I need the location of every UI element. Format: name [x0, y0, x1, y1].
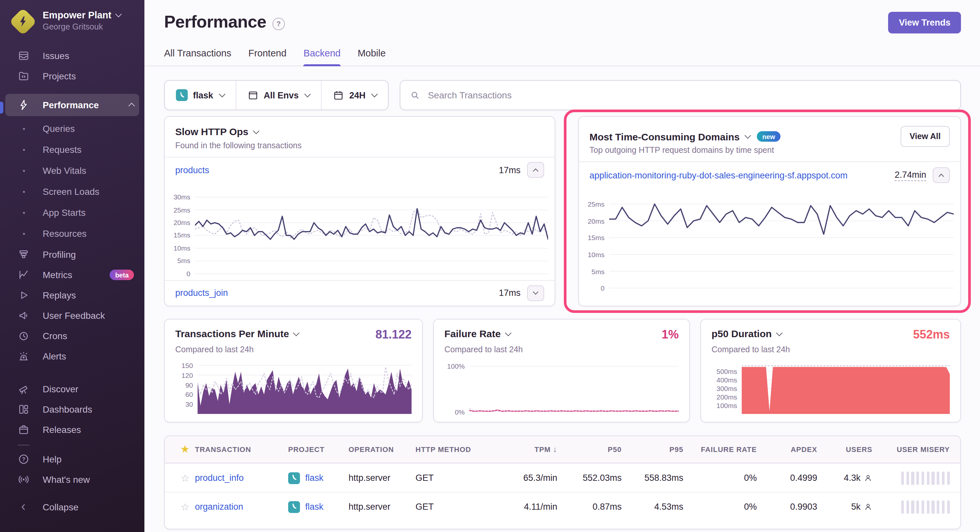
view-trends-button[interactable]: View Trends [888, 12, 961, 33]
sidebar-item-whats-new[interactable]: What's new [5, 470, 139, 489]
transaction-link[interactable]: products [175, 165, 492, 175]
sidebar-item-label: Dashboards [43, 404, 92, 414]
bullet-icon [18, 170, 30, 172]
sidebar-item-profiling[interactable]: Profiling [5, 245, 139, 264]
sidebar-subitem-queries[interactable]: Queries [5, 119, 139, 138]
tab-mobile[interactable]: Mobile [358, 48, 386, 66]
column-header-http-method[interactable]: HTTP METHOD [415, 445, 489, 453]
sidebar-item-issues[interactable]: Issues [5, 46, 139, 66]
tpm-title-dropdown[interactable]: Transactions Per Minute [175, 328, 299, 339]
chart-plot[interactable] [197, 359, 412, 414]
users-cell: 4.3k [817, 473, 872, 483]
column-header-tpm[interactable]: TPM ↓ [489, 445, 557, 454]
p50-duration-chart[interactable]: 500ms400ms300ms200ms100ms [711, 357, 950, 414]
active-nav-indicator [0, 102, 3, 113]
sidebar-subitem-app-starts[interactable]: App Starts [5, 203, 139, 222]
environment-filter[interactable]: All Envs [235, 81, 321, 110]
card-title: Transactions Per Minute [175, 328, 289, 339]
chart-plot[interactable] [742, 359, 950, 414]
column-header-p50[interactable]: P50 [557, 445, 622, 453]
sidebar-subitem-requests[interactable]: Requests [5, 140, 139, 159]
column-header-transaction[interactable]: TRANSACTION [195, 445, 288, 453]
failure-rate-chart[interactable]: 100%0% [444, 357, 679, 414]
tpm-chart[interactable]: 150120906030 [175, 357, 412, 414]
tab-all-transactions[interactable]: All Transactions [164, 48, 231, 66]
beta-badge: beta [110, 270, 134, 280]
column-header-users[interactable]: USERS [817, 445, 872, 453]
sidebar-item-crons[interactable]: Crons [5, 326, 139, 346]
chart-plot[interactable] [469, 359, 679, 414]
sidebar-subitem-resources[interactable]: Resources [5, 224, 139, 243]
failure-rate-title-dropdown[interactable]: Failure Rate [444, 328, 510, 339]
column-header-user-misery[interactable]: USER MISERY [872, 445, 950, 453]
sidebar-item-alerts[interactable]: Alerts [5, 346, 139, 366]
tab-frontend[interactable]: Frontend [248, 48, 286, 66]
domain-link[interactable]: application-monitoring-ruby-dot-sales-en… [589, 170, 888, 180]
sidebar-item-performance[interactable]: Performance [5, 94, 139, 116]
sidebar-item-user-feedback[interactable]: User Feedback [5, 306, 139, 326]
sidebar-subitem-web-vitals[interactable]: Web Vitals [5, 161, 139, 180]
sidebar-item-projects[interactable]: Projects [5, 66, 139, 86]
star-toggle[interactable]: ☆ [181, 501, 190, 512]
slow-http-ops-title-dropdown[interactable]: Slow HTTP Ops [175, 126, 544, 137]
help-icon: ? [18, 453, 30, 465]
sidebar-item-discover[interactable]: Discover [5, 379, 139, 399]
user-misery-cell [872, 471, 950, 484]
column-header-failure-rate[interactable]: FAILURE RATE [683, 445, 757, 453]
y-axis-tick: 90 [185, 381, 193, 389]
sidebar-item-label: Profiling [43, 249, 76, 260]
sidebar-item-dashboards[interactable]: Dashboards [5, 400, 139, 419]
main-area: Performance? View Trends All Transaction… [145, 0, 980, 532]
chevron-up-icon [128, 103, 135, 109]
column-header-p95[interactable]: P95 [622, 445, 683, 453]
domain-accordion-row: application-monitoring-ruby-dot-sales-en… [579, 161, 960, 188]
http-method-cell: GET [415, 473, 489, 483]
column-header-favorites[interactable]: ★ [175, 444, 195, 454]
domains-title-dropdown[interactable]: Most Time-Consuming Domains [589, 131, 750, 142]
flask-project-icon [288, 472, 300, 484]
crons-icon [18, 330, 30, 342]
search-input[interactable] [427, 89, 951, 101]
sidebar-item-collapse[interactable]: Collapse [5, 497, 139, 517]
column-header-operation[interactable]: OPERATION [348, 445, 415, 453]
apdex-cell: 0.4999 [757, 473, 817, 483]
sidebar-item-replays[interactable]: Replays [5, 285, 139, 305]
sidebar-item-metrics[interactable]: Metricsbeta [5, 265, 139, 285]
transaction-link[interactable]: organization [195, 502, 243, 512]
p50-title-dropdown[interactable]: p50 Duration [711, 328, 781, 339]
star-toggle[interactable]: ☆ [181, 472, 190, 483]
project-link[interactable]: flask [305, 502, 324, 512]
y-axis-labels: 25ms20ms15ms10ms5ms0 [583, 192, 609, 297]
sidebar-item-label: Issues [43, 51, 69, 61]
tpm-value: 81.122 [375, 328, 412, 342]
slow-http-ops-chart[interactable]: 30ms25ms20ms15ms10ms5ms0 [165, 183, 555, 280]
collapse-row-button[interactable] [933, 167, 950, 183]
dashboards-icon [18, 403, 30, 415]
sidebar-item-help[interactable]: ?Help [5, 449, 139, 469]
y-axis-tick: 60 [185, 391, 193, 399]
view-all-button[interactable]: View All [900, 126, 950, 147]
y-axis-tick: 0% [455, 408, 465, 416]
transactions-table: ★TRANSACTIONPROJECTOPERATIONHTTP METHODT… [164, 435, 961, 529]
column-header-project[interactable]: PROJECT [288, 445, 348, 453]
help-icon[interactable]: ? [272, 17, 285, 30]
sidebar-item-releases[interactable]: Releases [5, 420, 139, 440]
widget-title: Most Time-Consuming Domains [589, 131, 740, 142]
date-range-filter[interactable]: 24H [321, 81, 388, 110]
operation-cell: http.server [348, 473, 415, 483]
sidebar-subitem-screen-loads[interactable]: Screen Loads [5, 182, 139, 202]
column-header-apdex[interactable]: APDEX [757, 445, 817, 453]
expand-row-button[interactable] [527, 285, 544, 301]
transaction-link[interactable]: products_join [175, 288, 492, 298]
metric-cards-row: Transactions Per Minute 81.122 Compared … [164, 319, 961, 422]
environment-icon [247, 89, 259, 101]
domains-chart[interactable]: 25ms20ms15ms10ms5ms0 [579, 188, 960, 297]
collapse-row-button[interactable] [527, 162, 544, 178]
org-switcher[interactable]: Empower Plant George Gritsouk [0, 0, 145, 38]
tab-backend[interactable]: Backend [304, 48, 340, 66]
project-filter[interactable]: flask [165, 81, 235, 110]
project-link[interactable]: flask [305, 473, 324, 483]
chart-plot[interactable] [195, 187, 548, 280]
transaction-link[interactable]: product_info [195, 473, 244, 483]
chart-plot[interactable] [609, 192, 954, 297]
